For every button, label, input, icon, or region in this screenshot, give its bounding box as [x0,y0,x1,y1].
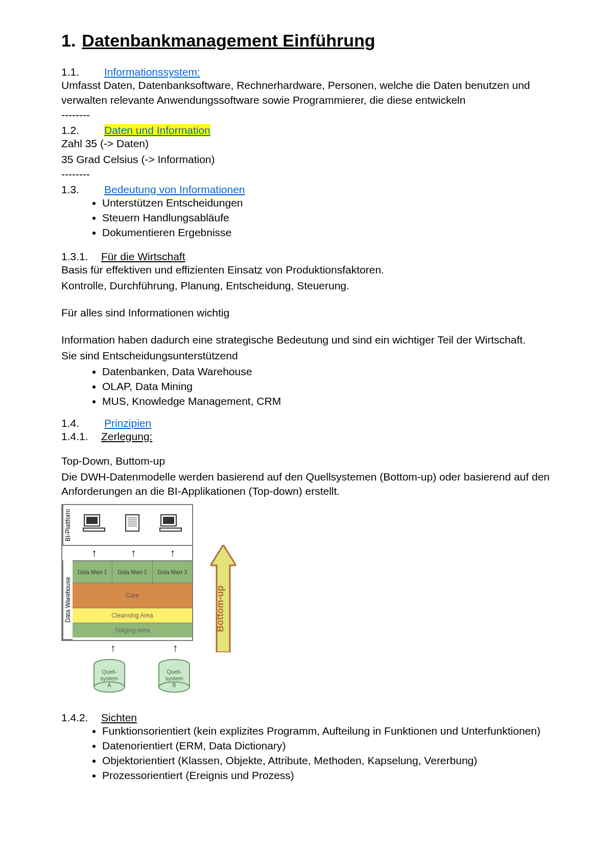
svg-text:Bottom-up: Bottom-up [215,586,225,632]
section-1-1: 1.1. Informationssystem: [61,66,552,78]
paragraph: Sie sind Entscheidungsunterstützend [61,349,552,363]
svg-rect-2 [83,528,105,531]
paragraph: Kontrolle, Durchführung, Planung, Entsch… [61,279,552,293]
svg-text:A: A [107,682,111,688]
svg-text:system: system [165,675,183,681]
svg-text:Quell-: Quell- [102,669,117,675]
paragraph: Die DWH-Datenmodelle werden basierend au… [61,470,552,499]
diagram-box: BI-Plattform ↑ ↑ ↑ Data Warehouse Data M… [61,504,193,641]
arrow-up-icon: ↑ [91,547,97,559]
list-item: Funktionsorientiert (kein explizites Pro… [102,724,552,739]
subsection-number: 1.4.1. [61,430,96,443]
arrow-up-icon: ↑ [173,642,178,654]
arrow-up-icon: ↑ [131,547,136,559]
paragraph: Umfasst Daten, Datenbanksoftware, Rechne… [61,78,552,108]
svg-text:Quell-: Quell- [167,669,182,675]
svg-text:system: system [100,675,118,681]
database-icon: Quell- system A [90,658,128,694]
list-item: Dokumentieren Ergebnisse [102,225,552,240]
section-title-link[interactable]: Daten und Information [104,124,210,136]
subsection-title: Sichten [101,712,137,724]
subsection-number: 1.4.2. [61,712,96,724]
bullet-list: Unterstützen Entscheidungen Steuern Hand… [102,196,552,240]
paragraph: Für alles sind Informationen wichtig [61,306,552,321]
arrow-up-icon: ↑ [170,547,175,559]
bi-icons [73,505,192,541]
section-number: 1.2. [61,124,90,136]
paragraph: Top-Down, Buttom-up [61,454,552,469]
list-item: Steuern Handlungsabläufe [102,211,552,225]
computer-icon [159,513,182,533]
database-icon: Quell- system B [155,658,193,694]
dwh-diagram: BI-Plattform ↑ ↑ ↑ Data Warehouse Data M… [61,504,552,694]
title-number: 1. [61,31,76,51]
document-icon [121,513,144,533]
title-text: Datenbankmanagement Einführung [82,31,375,51]
list-item: OLAP, Data Mining [102,379,552,394]
svg-rect-10 [163,517,174,524]
up-arrows-row: ↑ ↑ ↑ [62,545,192,560]
list-item: MUS, Knowledge Management, CRM [102,394,552,409]
vlabel-bi-plattform: BI-Plattform [62,505,73,545]
subsection-1-4-2: 1.4.2. Sichten [61,712,552,724]
list-item: Datenorientiert (ERM, Data Dictionary) [102,739,552,753]
computer-icon [82,513,106,533]
core-layer: Core [73,583,192,608]
up-arrows-row: ↑ ↑ [61,641,206,654]
list-item: Prozessorientiert (Ereignis und Prozess) [102,768,552,783]
arrow-up-icon: ↑ [110,642,116,654]
document-title: 1. Datenbankmanagement Einführung [61,31,552,51]
paragraph: 35 Grad Celsius (-> Information) [61,152,552,167]
data-mart: Data Mart 3 [153,561,192,583]
subsection-1-3-1: 1.3.1. Für die Wirtschaft [61,250,552,263]
list-item: Unterstützen Entscheidungen [102,196,552,211]
section-number: 1.1. [61,66,90,78]
section-1-4: 1.4. Prinzipien [61,417,552,429]
subsection-number: 1.3.1. [61,250,96,263]
section-number: 1.4. [61,417,90,429]
bullet-list: Datenbanken, Data Warehouse OLAP, Data M… [102,364,552,409]
paragraph: Basis für effektiven und effizienten Ein… [61,263,552,278]
svg-rect-11 [160,528,181,531]
data-mart: Data Mart 2 [112,561,152,583]
svg-text:B: B [172,682,176,688]
svg-rect-3 [126,515,139,531]
section-1-2: 1.2. Daten und Information [61,124,552,136]
subsection-title: Zerlegung: [101,430,152,443]
subsection-title: Für die Wirtschaft [101,250,185,263]
section-title-link[interactable]: Informationssystem: [104,66,200,78]
separator: -------- [61,109,552,121]
subsection-1-4-1: 1.4.1. Zerlegung: [61,430,552,443]
bullet-list: Funktionsorientiert (kein explizites Pro… [102,724,552,783]
separator: -------- [61,168,552,180]
data-mart: Data Mart 1 [73,561,112,583]
bottom-up-arrow-icon: Bottom-up [210,545,236,652]
section-1-3: 1.3. Bedeutung von Informationen [61,184,552,196]
cleansing-layer: Cleansing Area [73,608,192,623]
svg-rect-1 [86,517,98,524]
paragraph: Information haben dadurch eine strategis… [61,333,552,348]
section-number: 1.3. [61,184,90,196]
staging-layer: Staging Area [73,623,192,637]
list-item: Datenbanken, Data Warehouse [102,364,552,379]
list-item: Objektorientiert (Klassen, Objekte, Attr… [102,753,552,768]
paragraph: Zahl 35 (-> Daten) [61,136,552,151]
vlabel-data-warehouse: Data Warehouse [62,560,73,640]
diagram-left: BI-Plattform ↑ ↑ ↑ Data Warehouse Data M… [61,504,206,694]
source-systems: Quell- system A Quell- system B [61,658,206,694]
section-title-link[interactable]: Bedeutung von Informationen [104,184,245,196]
section-title-link[interactable]: Prinzipien [104,417,151,429]
